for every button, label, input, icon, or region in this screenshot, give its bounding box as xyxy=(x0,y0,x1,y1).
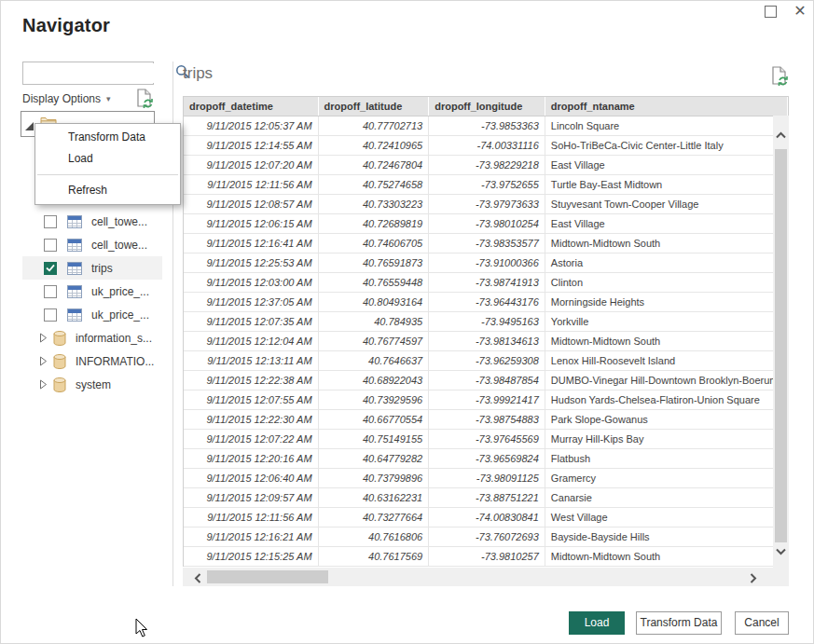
chevron-right-icon[interactable] xyxy=(39,379,48,390)
refresh-preview-icon[interactable] xyxy=(771,66,788,90)
cell: -73.99921417 xyxy=(429,391,545,410)
cell: 9/11/2015 12:14:55 AM xyxy=(184,136,319,156)
search-input[interactable] xyxy=(23,63,175,83)
cell: 9/11/2015 12:12:04 AM xyxy=(184,332,319,351)
transform-data-button[interactable]: Transform Data xyxy=(636,611,722,635)
menu-item-refresh[interactable]: Refresh xyxy=(35,180,180,201)
vertical-scroll-thumb[interactable] xyxy=(775,149,787,542)
cell: 9/11/2015 12:03:00 AM xyxy=(184,273,319,293)
table-row: 9/11/2015 12:22:38 AM40.68922043-73.9848… xyxy=(184,371,788,391)
tree-item-uk-price[interactable]: uk_price_... xyxy=(22,303,162,326)
horizontal-scrollbar[interactable] xyxy=(183,568,789,586)
tree-item-informatio[interactable]: INFORMATIO... xyxy=(22,349,162,373)
cell: 9/11/2015 12:05:37 AM xyxy=(184,116,319,136)
cell: 40.784935 xyxy=(319,312,430,332)
cell: -73.96569824 xyxy=(429,449,545,469)
checkbox-uk-price[interactable] xyxy=(44,308,57,322)
menu-separator xyxy=(37,174,178,175)
cell: -73.97645569 xyxy=(429,430,545,449)
column-header-dropoff-ntaname[interactable]: dropoff_ntaname xyxy=(545,97,788,116)
cell: 40.75274658 xyxy=(319,175,430,195)
column-header-dropoff-longitude[interactable]: dropoff_longitude xyxy=(429,97,545,116)
cell: 9/11/2015 12:09:57 AM xyxy=(184,488,319,508)
tree-item-cell-towe[interactable]: cell_towe... xyxy=(22,210,162,233)
table-row: 9/11/2015 12:11:56 AM40.75274658-73.9752… xyxy=(184,175,788,195)
cell: Stuyvesant Town-Cooper Village xyxy=(545,195,788,214)
checkbox-uk-price[interactable] xyxy=(44,285,57,298)
table-row: 9/11/2015 12:05:37 AM40.77702713-73.9853… xyxy=(184,116,788,136)
cell: 9/11/2015 12:11:56 AM xyxy=(184,508,319,528)
table-icon xyxy=(67,285,82,298)
cell: 9/11/2015 12:20:16 AM xyxy=(184,449,319,469)
database-icon xyxy=(53,354,66,369)
cell: 9/11/2015 12:37:05 AM xyxy=(184,293,319,312)
cell: 9/11/2015 12:07:22 AM xyxy=(184,430,319,449)
horizontal-scroll-thumb[interactable] xyxy=(207,570,328,583)
cell: 40.64779282 xyxy=(319,449,430,469)
cell: 40.77702713 xyxy=(319,116,430,136)
column-header-dropoff-datetime[interactable]: dropoff_datetime xyxy=(184,97,319,116)
tree-item-system[interactable]: system xyxy=(22,373,162,396)
checkbox-cell-towe[interactable] xyxy=(44,239,57,252)
cell: -73.9495163 xyxy=(429,312,545,332)
cell: -73.97973633 xyxy=(429,195,545,214)
table-row: 9/11/2015 12:06:40 AM40.73799896-73.9809… xyxy=(184,469,788,488)
table-row: 9/11/2015 12:13:11 AM40.7646637-73.96259… xyxy=(184,351,788,371)
cell: 9/11/2015 12:16:41 AM xyxy=(184,234,319,253)
database-icon xyxy=(53,377,66,392)
tree-item-trips[interactable]: trips xyxy=(22,256,162,280)
maximize-icon[interactable] xyxy=(765,6,777,18)
cell: 40.72467804 xyxy=(319,156,430,175)
cell: Morningside Heights xyxy=(545,293,788,312)
tree-item-information-s[interactable]: information_s... xyxy=(22,326,162,349)
cell: -73.96443176 xyxy=(429,293,545,312)
cancel-button[interactable]: Cancel xyxy=(735,611,789,635)
cell: Gramercy xyxy=(545,469,788,488)
close-icon[interactable]: ✕ xyxy=(791,2,809,21)
cell: Midtown-Midtown South xyxy=(545,234,788,253)
table-row: 9/11/2015 12:22:30 AM40.66770554-73.9875… xyxy=(184,410,788,430)
cell: 9/11/2015 12:15:25 AM xyxy=(184,547,319,567)
checkbox-cell-towe[interactable] xyxy=(44,215,57,228)
chevron-right-icon[interactable] xyxy=(39,333,48,343)
cell: 40.74606705 xyxy=(319,234,430,253)
menu-item-load[interactable]: Load xyxy=(35,148,180,170)
grid-body: 9/11/2015 12:05:37 AM40.77702713-73.9853… xyxy=(184,116,788,567)
menu-item-transform-data[interactable]: Transform Data xyxy=(35,127,180,148)
node-expanded-icon[interactable] xyxy=(25,122,34,130)
cell: 40.75149155 xyxy=(319,430,430,449)
cell: -73.98134613 xyxy=(429,332,545,351)
grid-header-row: dropoff_datetimedropoff_latitudedropoff_… xyxy=(184,97,788,116)
cell: -73.98487854 xyxy=(429,371,545,391)
table-icon xyxy=(67,239,82,252)
display-options-dropdown[interactable]: Display Options ▾ xyxy=(22,92,111,105)
table-row: 9/11/2015 12:09:57 AM40.63162231-73.8875… xyxy=(184,488,788,508)
vertical-scrollbar[interactable] xyxy=(773,116,789,586)
cell: 40.63162231 xyxy=(319,488,430,508)
table-row: 9/11/2015 12:20:16 AM40.64779282-73.9656… xyxy=(184,449,788,469)
tree-item-cell-towe[interactable]: cell_towe... xyxy=(22,233,162,256)
search-box[interactable] xyxy=(22,62,154,85)
cell: -73.98229218 xyxy=(429,156,545,175)
load-button[interactable]: Load xyxy=(569,611,625,635)
cell: -73.88751221 xyxy=(429,488,545,508)
column-header-dropoff-latitude[interactable]: dropoff_latitude xyxy=(319,97,430,116)
chevron-right-icon[interactable] xyxy=(39,356,48,366)
cell: Flatbush xyxy=(545,449,788,469)
scroll-right-icon[interactable] xyxy=(747,571,759,583)
scroll-down-icon[interactable] xyxy=(775,544,787,556)
cell: Bayside-Bayside Hills xyxy=(545,528,788,547)
tree-item-uk-price[interactable]: uk_price_... xyxy=(22,280,162,303)
tree-item-label: INFORMATIO... xyxy=(76,355,154,368)
table-row: 9/11/2015 12:03:00 AM40.76559448-73.9874… xyxy=(184,273,788,293)
table-row: 9/11/2015 12:07:20 AM40.72467804-73.9822… xyxy=(184,156,788,175)
cell: -73.91000366 xyxy=(429,253,545,273)
tree-item-label: uk_price_... xyxy=(91,308,149,322)
refresh-document-icon[interactable] xyxy=(136,89,153,113)
cell: 9/11/2015 12:07:35 AM xyxy=(184,312,319,332)
tree-item-label: trips xyxy=(91,262,113,275)
scroll-up-icon[interactable] xyxy=(775,129,787,141)
checkbox-trips[interactable] xyxy=(44,262,57,275)
scroll-left-icon[interactable] xyxy=(192,571,204,583)
cell: SoHo-TriBeCa-Civic Center-Little Italy xyxy=(545,136,788,156)
